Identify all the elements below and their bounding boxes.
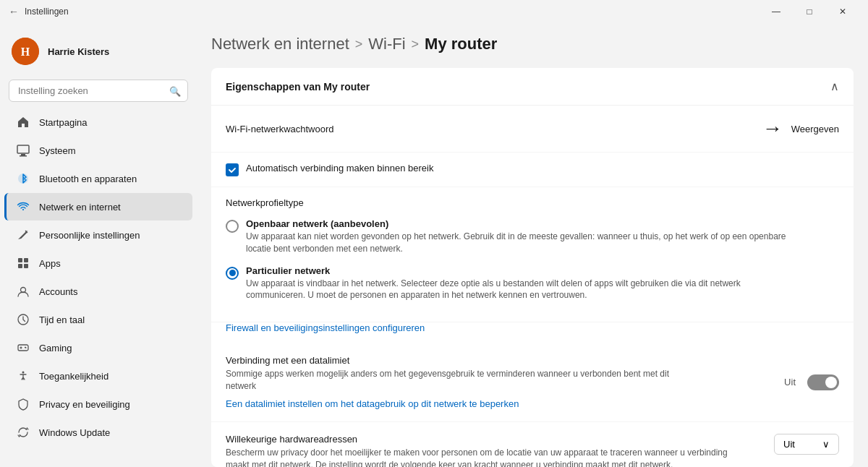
network-icon xyxy=(16,200,30,214)
system-icon xyxy=(16,143,30,158)
update-icon xyxy=(16,425,30,440)
network-profile-section: Netwerkprofieltype Openbaar netwerk (aan… xyxy=(211,187,854,322)
svg-rect-12 xyxy=(18,345,28,351)
collapse-button[interactable]: ∧ xyxy=(830,80,839,93)
sidebar-item-label: Accounts xyxy=(39,286,77,297)
radio-particulier: Particulier netwerk Uw apparaat is vindb… xyxy=(226,265,839,302)
auto-connect-label: Automatisch verbinding maken binnen bere… xyxy=(246,163,433,173)
home-icon xyxy=(16,115,30,129)
datalimiet-toggle[interactable] xyxy=(807,374,839,390)
sidebar-item-label: Apps xyxy=(39,258,61,269)
breadcrumb-sep1: > xyxy=(355,37,363,52)
section-title: Eigenschappen van My router xyxy=(226,81,370,93)
breadcrumb-part2[interactable]: Wi-Fi xyxy=(368,35,405,53)
sidebar-item-label: Privacy en beveiliging xyxy=(39,399,130,410)
radio-particulier-title: Particulier netwerk xyxy=(246,265,788,276)
datalimiet-label: Verbinding met een datalimiet xyxy=(226,355,770,366)
auto-connect-row: Automatisch verbinding maken binnen bere… xyxy=(211,153,854,187)
svg-rect-4 xyxy=(20,155,27,157)
accounts-icon xyxy=(16,284,30,299)
window-controls: — □ ✕ xyxy=(760,0,859,23)
sidebar-item-privacy[interactable]: Privacy en beveiliging xyxy=(4,390,192,418)
sidebar-item-label: Netwerk en internet xyxy=(39,202,121,213)
sidebar-item-accounts[interactable]: Accounts xyxy=(4,278,192,305)
search-container: 🔍 xyxy=(9,80,188,102)
sidebar-item-label: Bluetooth en apparaten xyxy=(39,173,137,184)
network-profile-label: Netwerkprofieltype xyxy=(226,197,839,208)
sidebar-item-label: Persoonlijke instellingen xyxy=(39,230,140,241)
hardware-row: Willekeurige hardwareadressen Bescherm u… xyxy=(211,422,854,467)
sidebar-item-toegankelijkheid[interactable]: Toegankelijkheid xyxy=(4,362,192,390)
bluetooth-icon xyxy=(16,171,30,186)
sidebar-item-update[interactable]: Windows Update xyxy=(4,419,192,446)
sidebar-item-persoonlijk[interactable]: Persoonlijke instellingen xyxy=(4,221,192,249)
svg-rect-9 xyxy=(24,264,28,268)
main-content: Netwerk en internet > Wi-Fi > My router … xyxy=(197,23,868,467)
svg-rect-6 xyxy=(18,258,22,262)
sidebar-item-gaming[interactable]: Gaming xyxy=(4,334,192,361)
sidebar-item-bluetooth[interactable]: Bluetooth en apparaten xyxy=(4,165,192,192)
time-icon xyxy=(16,312,30,327)
svg-rect-2 xyxy=(17,145,29,153)
section-header: Eigenschappen van My router ∧ xyxy=(211,68,854,106)
hardware-desc: Bescherm uw privacy door het moeilijker … xyxy=(226,447,732,467)
radio-openbaar-input[interactable] xyxy=(226,220,239,233)
svg-rect-7 xyxy=(24,258,28,262)
svg-point-13 xyxy=(22,372,25,374)
wifi-password-row: Wi-Fi-netwerkwachtwoord → Weergeven xyxy=(211,106,854,153)
sidebar-item-label: Systeem xyxy=(39,145,76,156)
hardware-dropdown-section: Uit ∨ xyxy=(774,434,839,455)
nav-list: Startpagina Systeem xyxy=(0,108,197,447)
hardware-label: Willekeurige hardwareadressen xyxy=(226,434,745,445)
wifi-password-label: Wi-Fi-netwerkwachtwoord xyxy=(226,124,334,134)
personalization-icon xyxy=(16,228,30,242)
sidebar-item-startpagina[interactable]: Startpagina xyxy=(4,108,192,136)
back-button[interactable]: ← xyxy=(9,6,19,17)
breadcrumb-sep2: > xyxy=(412,37,420,52)
privacy-icon xyxy=(16,397,30,411)
search-icon: 🔍 xyxy=(169,85,181,96)
radio-openbaar-title: Openbaar netwerk (aanbevolen) xyxy=(246,218,788,229)
datalimiet-desc: Sommige apps werken mogelijk anders om h… xyxy=(226,368,696,393)
content-panel: Eigenschappen van My router ∧ Wi-Fi-netw… xyxy=(211,68,854,467)
apps-icon xyxy=(16,256,30,270)
breadcrumb: Netwerk en internet > Wi-Fi > My router xyxy=(211,35,854,53)
hardware-dropdown-value: Uit xyxy=(783,439,795,450)
sidebar-item-netwerk[interactable]: Netwerk en internet xyxy=(4,193,192,220)
titlebar: ← Instellingen — □ ✕ xyxy=(0,0,868,23)
breadcrumb-part1[interactable]: Netwerk en internet xyxy=(211,35,349,53)
hardware-dropdown[interactable]: Uit ∨ xyxy=(774,434,839,455)
app-container: H Harrie Kisters 🔍 Startpagina xyxy=(0,23,868,467)
radio-openbaar-desc: Uw apparaat kan niet worden gevonden op … xyxy=(246,231,788,255)
datalimiet-link[interactable]: Een datalimiet instellen om het datagebr… xyxy=(226,393,519,409)
sidebar-item-label: Gaming xyxy=(39,343,72,354)
right-arrow-icon: → xyxy=(762,117,783,140)
search-input[interactable] xyxy=(9,80,188,102)
weergeven-button[interactable]: Weergeven xyxy=(791,124,839,134)
chevron-down-icon: ∨ xyxy=(822,439,830,450)
radio-particulier-desc: Uw apparaat is vindbaar in het netwerk. … xyxy=(246,278,788,302)
gaming-icon xyxy=(16,340,30,355)
svg-text:H: H xyxy=(21,46,30,58)
sidebar-item-tijd[interactable]: Tijd en taal xyxy=(4,306,192,333)
accessibility-icon xyxy=(16,369,30,383)
toggle-label: Uit xyxy=(784,377,796,387)
wifi-password-action: → Weergeven xyxy=(762,117,839,140)
auto-connect-checkbox[interactable] xyxy=(226,163,239,176)
sidebar-item-systeem[interactable]: Systeem xyxy=(4,137,192,164)
sidebar: H Harrie Kisters 🔍 Startpagina xyxy=(0,23,197,467)
radio-openbaar: Openbaar netwerk (aanbevolen) Uw apparaa… xyxy=(226,218,839,255)
sidebar-item-apps[interactable]: Apps xyxy=(4,249,192,277)
datalimiet-row: Verbinding met een datalimiet Sommige ap… xyxy=(211,343,854,422)
radio-particulier-input[interactable] xyxy=(226,267,239,280)
user-section: H Harrie Kisters xyxy=(0,29,197,74)
firewall-link[interactable]: Firewall en beveiligingsinstellingen con… xyxy=(211,322,854,343)
breadcrumb-current: My router xyxy=(425,35,497,53)
maximize-button[interactable]: □ xyxy=(793,0,826,23)
sidebar-item-label: Toegankelijkheid xyxy=(39,371,109,382)
minimize-button[interactable]: — xyxy=(760,0,793,23)
user-name: Harrie Kisters xyxy=(48,46,109,57)
sidebar-item-label: Windows Update xyxy=(39,427,110,438)
close-button[interactable]: ✕ xyxy=(826,0,859,23)
datalimiet-toggle-section: Uit xyxy=(784,374,839,390)
